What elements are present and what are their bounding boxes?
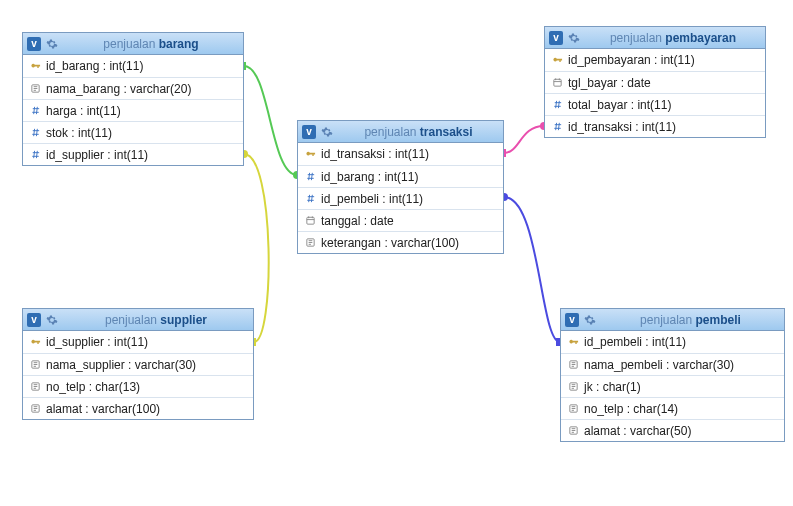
table-pembayaran[interactable]: v penjualan pembayaran id_pembayaran : i… — [544, 26, 766, 138]
key-icon — [551, 54, 563, 66]
table-supplier[interactable]: v penjualan supplier id_supplier : int(1… — [22, 308, 254, 420]
column-row[interactable]: nama_barang : varchar(20) — [23, 77, 243, 99]
hash-icon — [29, 105, 41, 117]
text-icon — [29, 381, 41, 393]
hash-icon — [304, 171, 316, 183]
text-icon — [567, 381, 579, 393]
hash-icon — [551, 99, 563, 111]
column-list: id_pembeli : int(11) nama_pembeli : varc… — [561, 331, 784, 441]
table-title: penjualan barang — [63, 37, 239, 51]
column-row[interactable]: id_barang : int(11) — [298, 165, 503, 187]
table-header[interactable]: v penjualan pembeli — [561, 309, 784, 331]
column-row[interactable]: nama_pembeli : varchar(30) — [561, 353, 784, 375]
column-row[interactable]: no_telp : char(14) — [561, 397, 784, 419]
table-header[interactable]: v penjualan transaksi — [298, 121, 503, 143]
column-row[interactable]: id_transaksi : int(11) — [545, 115, 765, 137]
column-list: id_pembayaran : int(11) tgl_bayar : date… — [545, 49, 765, 137]
column-row[interactable]: alamat : varchar(100) — [23, 397, 253, 419]
column-row[interactable]: id_pembayaran : int(11) — [545, 49, 765, 71]
column-row[interactable]: tanggal : date — [298, 209, 503, 231]
column-row[interactable]: id_pembeli : int(11) — [298, 187, 503, 209]
key-icon — [304, 148, 316, 160]
date-icon — [551, 77, 563, 89]
key-icon — [29, 336, 41, 348]
text-icon — [29, 83, 41, 95]
column-row[interactable]: nama_supplier : varchar(30) — [23, 353, 253, 375]
hash-icon — [551, 121, 563, 133]
expand-icon[interactable]: v — [565, 313, 579, 327]
table-title: penjualan pembayaran — [585, 31, 761, 45]
table-header[interactable]: v penjualan supplier — [23, 309, 253, 331]
column-row[interactable]: id_pembeli : int(11) — [561, 331, 784, 353]
text-icon — [567, 403, 579, 415]
gear-icon[interactable] — [583, 313, 597, 327]
expand-icon[interactable]: v — [27, 313, 41, 327]
column-row[interactable]: harga : int(11) — [23, 99, 243, 121]
column-row[interactable]: id_barang : int(11) — [23, 55, 243, 77]
hash-icon — [29, 127, 41, 139]
key-icon — [29, 60, 41, 72]
hash-icon — [29, 149, 41, 161]
column-row[interactable]: no_telp : char(13) — [23, 375, 253, 397]
column-row[interactable]: id_transaksi : int(11) — [298, 143, 503, 165]
column-row[interactable]: jk : char(1) — [561, 375, 784, 397]
table-title: penjualan pembeli — [601, 313, 780, 327]
table-title: penjualan supplier — [63, 313, 249, 327]
column-row[interactable]: alamat : varchar(50) — [561, 419, 784, 441]
text-icon — [29, 359, 41, 371]
expand-icon[interactable]: v — [549, 31, 563, 45]
hash-icon — [304, 193, 316, 205]
table-pembeli[interactable]: v penjualan pembeli id_pembeli : int(11)… — [560, 308, 785, 442]
text-icon — [567, 425, 579, 437]
date-icon — [304, 215, 316, 227]
gear-icon[interactable] — [320, 125, 334, 139]
svg-rect-9 — [306, 217, 313, 224]
column-row[interactable]: id_supplier : int(11) — [23, 331, 253, 353]
column-list: id_supplier : int(11) nama_supplier : va… — [23, 331, 253, 419]
column-row[interactable]: keterangan : varchar(100) — [298, 231, 503, 253]
expand-icon[interactable]: v — [302, 125, 316, 139]
text-icon — [304, 237, 316, 249]
column-row[interactable]: id_supplier : int(11) — [23, 143, 243, 165]
text-icon — [29, 403, 41, 415]
key-icon — [567, 336, 579, 348]
svg-rect-11 — [553, 79, 560, 86]
expand-icon[interactable]: v — [27, 37, 41, 51]
column-list: id_transaksi : int(11) id_barang : int(1… — [298, 143, 503, 253]
gear-icon[interactable] — [45, 37, 59, 51]
text-icon — [567, 359, 579, 371]
column-row[interactable]: tgl_bayar : date — [545, 71, 765, 93]
table-title: penjualan transaksi — [338, 125, 499, 139]
column-list: id_barang : int(11) nama_barang : varcha… — [23, 55, 243, 165]
table-transaksi[interactable]: v penjualan transaksi id_transaksi : int… — [297, 120, 504, 254]
table-header[interactable]: v penjualan barang — [23, 33, 243, 55]
table-header[interactable]: v penjualan pembayaran — [545, 27, 765, 49]
column-row[interactable]: stok : int(11) — [23, 121, 243, 143]
gear-icon[interactable] — [45, 313, 59, 327]
gear-icon[interactable] — [567, 31, 581, 45]
table-barang[interactable]: v penjualan barang id_barang : int(11) n… — [22, 32, 244, 166]
column-row[interactable]: total_bayar : int(11) — [545, 93, 765, 115]
